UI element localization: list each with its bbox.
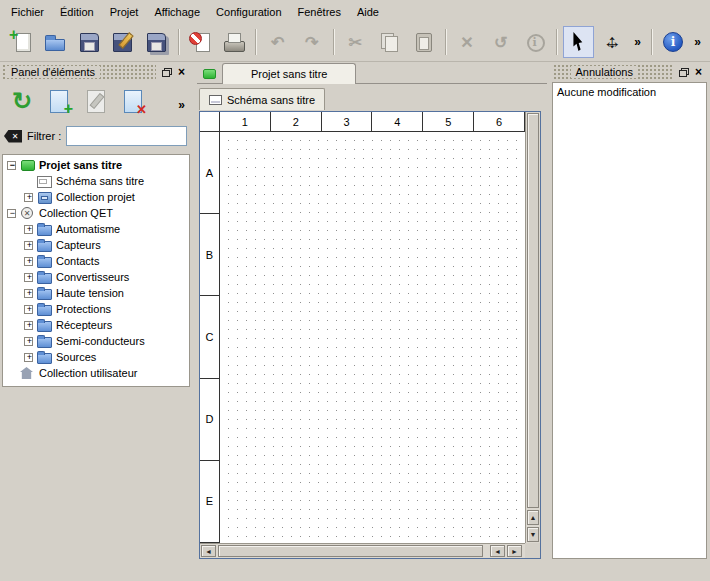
tree-item[interactable]: Collection projet [3, 189, 189, 205]
collections-tree: Projet sans titre Schéma sans titre Coll… [2, 154, 190, 387]
tab-project[interactable]: Projet sans titre [222, 63, 356, 84]
tree-item[interactable]: Collection QET [3, 205, 189, 221]
tree-item[interactable]: Collection utilisateur [3, 365, 189, 381]
column-header: 3 [322, 112, 373, 131]
save-all-button[interactable] [140, 26, 172, 58]
scroll-left-button-2[interactable] [490, 545, 505, 557]
tree-item[interactable]: Capteurs [3, 237, 189, 253]
redo-button [296, 26, 328, 58]
expand-toggle[interactable] [24, 241, 33, 250]
tree-item[interactable]: Projet sans titre [3, 157, 189, 173]
new-element-button[interactable] [42, 84, 76, 118]
delete-element-button[interactable] [116, 84, 150, 118]
folder-icon [37, 351, 52, 363]
element-new-icon [46, 88, 72, 114]
tree-item[interactable]: Schéma sans titre [3, 173, 189, 189]
tree-item[interactable]: Convertisseurs [3, 269, 189, 285]
tree-item-label: Schéma sans titre [56, 175, 144, 187]
tab-schema[interactable]: Schéma sans titre [199, 88, 325, 110]
undo-panel-float-button[interactable] [676, 65, 691, 79]
column-header: 4 [372, 112, 423, 131]
floppy-all-icon [144, 30, 168, 54]
expand-toggle[interactable] [7, 161, 16, 170]
horizontal-scrollbar[interactable] [200, 543, 525, 558]
modes-overflow-button[interactable]: » [630, 26, 645, 58]
tree-item[interactable]: Haute tension [3, 285, 189, 301]
tree-item-label: Contacts [56, 255, 99, 267]
elements-panel-titlebar[interactable]: Panel d'éléments [2, 64, 189, 80]
menu-fichier[interactable]: Fichier [3, 3, 52, 21]
reload-collections-button[interactable] [5, 84, 39, 118]
expand-toggle[interactable] [24, 289, 33, 298]
expand-toggle[interactable] [24, 305, 33, 314]
tree-item[interactable]: Sources [3, 349, 189, 365]
menu-edition[interactable]: Édition [52, 3, 102, 21]
elements-panel-float-button[interactable] [159, 65, 174, 79]
menu-projet[interactable]: Projet [102, 3, 147, 21]
expand-toggle[interactable] [24, 257, 33, 266]
tree-item-label: Capteurs [56, 239, 101, 251]
printer-icon [222, 30, 246, 54]
row-header: B [200, 214, 219, 296]
selection-mode-button[interactable] [563, 26, 595, 58]
expand-toggle[interactable] [24, 353, 33, 362]
main-toolbar: » » [0, 23, 710, 62]
new-document-button[interactable] [5, 26, 37, 58]
menu-fenetres[interactable]: Fenêtres [290, 3, 349, 21]
redo-icon [300, 30, 324, 54]
scroll-down-button[interactable] [527, 527, 539, 542]
undo-panel-close-button[interactable] [691, 65, 706, 79]
scroll-right-button[interactable] [507, 545, 522, 557]
home-icon [20, 367, 35, 379]
hscroll-thumb[interactable] [218, 545, 483, 557]
close-file-button[interactable] [184, 26, 216, 58]
tree-item[interactable]: Protections [3, 301, 189, 317]
expand-toggle[interactable] [24, 337, 33, 346]
schema-view: 123456 ABCDE [199, 111, 541, 559]
scroll-left-button[interactable] [201, 545, 216, 557]
expand-toggle[interactable] [24, 193, 33, 202]
tree-item[interactable]: Contacts [3, 253, 189, 269]
expand-toggle[interactable] [24, 273, 33, 282]
visualisation-mode-button[interactable] [596, 26, 628, 58]
tree-item[interactable]: Automatisme [3, 221, 189, 237]
tree-item-label: Haute tension [56, 287, 124, 299]
menu-configuration[interactable]: Configuration [208, 3, 289, 21]
rotate-icon [489, 30, 513, 54]
tree-item[interactable]: Semi-conducteurs [3, 333, 189, 349]
undo-history-list[interactable]: Aucune modification [552, 82, 707, 559]
menu-affichage[interactable]: Affichage [146, 3, 208, 21]
undo-empty-text: Aucune modification [557, 86, 702, 98]
elements-panel-close-button[interactable] [174, 65, 189, 79]
panel-toolbar-overflow-button[interactable]: » [178, 98, 185, 112]
save-as-button[interactable] [107, 26, 139, 58]
filter-row: Filtrer : [4, 124, 187, 148]
tree-item-label: Collection QET [39, 207, 113, 219]
tree-item[interactable]: Récepteurs [3, 317, 189, 333]
about-button[interactable] [657, 26, 689, 58]
copy-button [373, 26, 405, 58]
grid-corner [200, 112, 220, 132]
print-button[interactable] [218, 26, 250, 58]
scroll-up-button[interactable] [527, 510, 539, 525]
vscroll-thumb[interactable] [527, 113, 539, 508]
expand-toggle[interactable] [7, 209, 16, 218]
clear-filter-icon[interactable] [4, 130, 22, 143]
expand-toggle[interactable] [24, 225, 33, 234]
delete-icon [455, 30, 479, 54]
filter-input[interactable] [66, 126, 187, 146]
schema-canvas[interactable] [221, 133, 525, 543]
vertical-scrollbar[interactable] [525, 112, 540, 543]
save-button[interactable] [73, 26, 105, 58]
expand-toggle[interactable] [24, 321, 33, 330]
floppy-edit-icon [110, 30, 134, 54]
undo-panel-titlebar[interactable]: Annulations [553, 64, 706, 80]
doc-close-icon [188, 30, 212, 54]
open-document-button[interactable] [39, 26, 71, 58]
toolbar-overflow-button[interactable]: » [690, 26, 705, 58]
float-icon [679, 68, 689, 77]
folder-icon [37, 287, 52, 299]
column-headers: 123456 [220, 112, 525, 132]
row-header: D [200, 379, 219, 461]
menu-aide[interactable]: Aide [349, 3, 387, 21]
